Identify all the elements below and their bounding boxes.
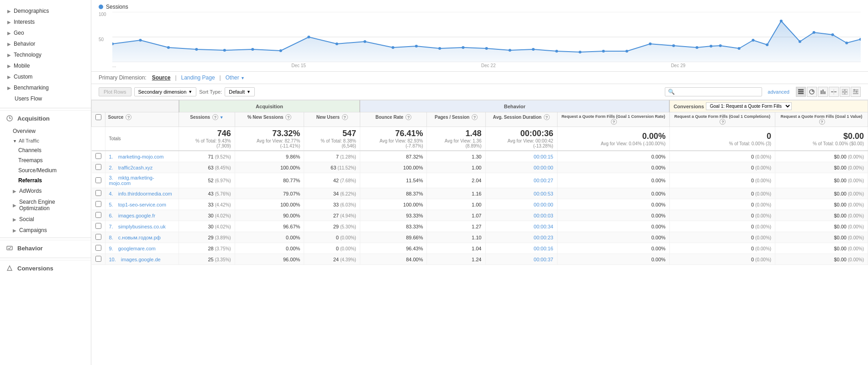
plot-rows-button[interactable]: Plot Rows: [99, 87, 132, 96]
chevron-right-icon: ▶: [13, 203, 16, 208]
sidebar-item-benchmarking[interactable]: ▶ Benchmarking: [0, 82, 91, 93]
sidebar-item-mobile[interactable]: ▶ Mobile: [0, 60, 91, 71]
th-conv-rate[interactable]: Request a Quote Form Fills (Goal 1 Conve…: [557, 112, 669, 127]
sidebar-item-social[interactable]: ▶ Social: [0, 214, 91, 225]
th-value[interactable]: Request a Quote Form Fills (Goal 1 Value…: [775, 112, 868, 127]
row-index: 2.: [109, 165, 115, 170]
svg-point-17: [392, 46, 395, 49]
source-link[interactable]: marketing-mojo.com: [118, 154, 164, 159]
row-checkbox[interactable]: [95, 256, 101, 262]
row-checkbox[interactable]: [95, 153, 101, 159]
svg-point-36: [780, 20, 783, 22]
pivot-view-button[interactable]: [840, 87, 850, 97]
dim-source-link[interactable]: Source: [152, 74, 171, 81]
help-icon[interactable]: ?: [472, 114, 478, 120]
svg-point-9: [167, 46, 170, 49]
row-checkbox[interactable]: [95, 212, 101, 218]
custom-view-button[interactable]: [851, 87, 861, 97]
chevron-right-icon: ▶: [13, 217, 16, 222]
sidebar-behavior-section[interactable]: Behavior: [0, 240, 91, 256]
row-checkbox[interactable]: [95, 177, 101, 183]
th-sessions[interactable]: Sessions ? ▼: [179, 112, 235, 127]
th-source[interactable]: Source ?: [105, 112, 179, 127]
header-cols-row: Source ? Sessions ? ▼ % New Sessions ? N…: [92, 112, 868, 127]
dim-other-link[interactable]: Other ▼: [226, 74, 245, 81]
help-icon[interactable]: ?: [126, 114, 132, 120]
source-link[interactable]: simplybusiness.co.uk: [118, 224, 166, 229]
th-pages[interactable]: Pages / Session ?: [427, 112, 485, 127]
row-checkbox[interactable]: [95, 245, 101, 251]
source-link[interactable]: top1-seo-service.com: [118, 202, 166, 207]
sidebar-item-custom[interactable]: ▶ Custom: [0, 71, 91, 82]
primary-dim-label: Primary Dimension:: [99, 74, 147, 81]
chevron-down-icon: ▼: [188, 90, 192, 94]
row-checkbox[interactable]: [95, 201, 101, 207]
conversions-icon: [5, 264, 14, 272]
svg-rect-54: [842, 92, 844, 95]
sidebar-item-overview[interactable]: Overview: [0, 126, 91, 136]
help-icon[interactable]: ?: [285, 114, 291, 120]
controls-bar: Primary Dimension: Source | Landing Page…: [91, 72, 868, 84]
table-view-button[interactable]: [796, 87, 806, 97]
source-link[interactable]: traffic2cash.xyz: [118, 165, 153, 170]
sidebar-item-users-flow[interactable]: Users Flow: [0, 93, 91, 104]
row-checkbox[interactable]: [95, 234, 101, 240]
source-link[interactable]: mktg.marketing-mojo.com: [109, 175, 154, 186]
sidebar-item-campaigns[interactable]: ▶ Campaigns: [0, 225, 91, 236]
th-avg-session[interactable]: Avg. Session Duration ?: [485, 112, 557, 127]
search-input[interactable]: [677, 89, 759, 95]
row-checkbox[interactable]: [95, 164, 101, 170]
row-checkbox[interactable]: [95, 223, 101, 229]
bar-view-button[interactable]: [818, 87, 828, 97]
sidebar-item-seo[interactable]: ▶ Search Engine Optimization: [0, 196, 91, 214]
row-index: 8.: [109, 235, 115, 240]
help-icon[interactable]: ?: [720, 119, 726, 125]
sidebar-item-geo[interactable]: ▶ Geo: [0, 27, 91, 38]
svg-point-39: [831, 33, 834, 36]
sidebar-acquisition-section[interactable]: Acquisition: [0, 110, 91, 126]
help-icon[interactable]: ?: [405, 114, 411, 120]
goal-selector[interactable]: Goal 1: Request a Quote Form Fills: [706, 102, 792, 110]
dim-landing-link[interactable]: Landing Page: [181, 74, 215, 81]
sidebar-item-referrals[interactable]: Referrals: [0, 175, 91, 185]
source-link[interactable]: info.thirddoormedia.com: [118, 191, 172, 196]
advanced-link[interactable]: advanced: [768, 89, 789, 95]
acquisition-icon: [5, 114, 14, 122]
th-checkbox: [92, 112, 105, 127]
th-bounce[interactable]: Bounce Rate ?: [360, 112, 427, 127]
comparison-view-button[interactable]: [829, 87, 839, 97]
sidebar-item-interests[interactable]: ▶ Interests: [0, 16, 91, 27]
sidebar-item-technology[interactable]: ▶ Technology: [0, 49, 91, 60]
source-link[interactable]: с.новым.годом.рф: [118, 235, 161, 240]
sidebar-conversions-section[interactable]: Conversions: [0, 260, 91, 276]
help-icon[interactable]: ?: [544, 114, 550, 120]
sidebar-item-demographics[interactable]: ▶ Demographics: [0, 5, 91, 16]
th-completions[interactable]: Request a Quote Form Fills (Goal 1 Compl…: [669, 112, 775, 127]
th-acquisition: Acquisition: [179, 101, 360, 112]
help-icon[interactable]: ?: [212, 114, 218, 120]
sidebar-item-adwords[interactable]: ▶ AdWords: [0, 185, 91, 196]
sidebar-item-behavior[interactable]: ▶ Behavior: [0, 38, 91, 49]
help-icon[interactable]: ?: [342, 114, 348, 120]
chart-legend: Sessions: [99, 4, 861, 10]
source-link[interactable]: images.google.fr: [118, 213, 155, 218]
sidebar-item-source-medium[interactable]: Source/Medium: [0, 165, 91, 175]
sidebar-item-all-traffic[interactable]: ▼All Traffic: [0, 136, 91, 145]
chevron-right-icon: ▶: [7, 9, 11, 14]
source-link[interactable]: images.google.de: [121, 257, 161, 262]
svg-point-15: [336, 42, 338, 45]
row-checkbox[interactable]: [95, 190, 101, 196]
th-pct-new[interactable]: % New Sessions ?: [235, 112, 304, 127]
sidebar-item-treemaps[interactable]: Treemaps: [0, 155, 91, 165]
sidebar-item-channels[interactable]: Channels: [0, 145, 91, 155]
th-new-users[interactable]: New Users ?: [304, 112, 360, 127]
sort-default-dropdown[interactable]: Default ▼: [225, 87, 255, 96]
pie-view-button[interactable]: [807, 87, 817, 97]
secondary-dimension-dropdown[interactable]: Secondary dimension ▼: [134, 87, 197, 96]
source-link[interactable]: googlemare.com: [118, 246, 156, 251]
help-icon[interactable]: ?: [819, 119, 825, 125]
svg-rect-47: [822, 90, 824, 94]
select-all-checkbox[interactable]: [95, 114, 101, 120]
help-icon[interactable]: ?: [611, 119, 617, 125]
data-table-wrap: Acquisition Behavior Conversions Goal 1:…: [91, 100, 868, 365]
